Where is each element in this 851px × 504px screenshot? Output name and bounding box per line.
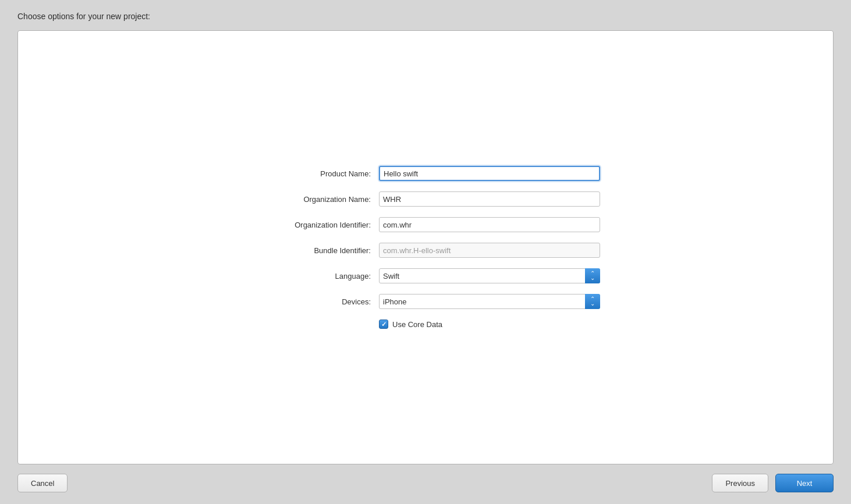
- language-row: Language: Swift Objective-C: [251, 268, 600, 283]
- org-identifier-row: Organization Identifier:: [251, 217, 600, 232]
- footer-right: Previous Next: [712, 474, 834, 492]
- cancel-button[interactable]: Cancel: [17, 474, 68, 492]
- previous-button[interactable]: Previous: [712, 474, 768, 492]
- devices-select[interactable]: iPhone iPad Universal: [379, 294, 600, 309]
- page-header: Choose options for your new project:: [17, 12, 834, 21]
- language-select-wrapper: Swift Objective-C: [379, 268, 600, 283]
- product-name-label: Product Name:: [251, 169, 379, 178]
- bundle-identifier-row: Bundle Identifier:: [251, 243, 600, 258]
- product-name-row: Product Name:: [251, 166, 600, 181]
- footer: Cancel Previous Next: [17, 474, 834, 492]
- org-name-input[interactable]: [379, 191, 600, 207]
- header-title: Choose options for your new project:: [17, 12, 150, 21]
- org-identifier-input[interactable]: [379, 217, 600, 232]
- product-name-input[interactable]: [379, 166, 600, 181]
- devices-row: Devices: iPhone iPad Universal: [251, 294, 600, 309]
- checkmark-icon: ✓: [381, 321, 387, 328]
- language-label: Language:: [251, 272, 379, 281]
- language-select[interactable]: Swift Objective-C: [379, 268, 600, 283]
- devices-select-wrapper: iPhone iPad Universal: [379, 294, 600, 309]
- org-identifier-label: Organization Identifier:: [251, 221, 379, 229]
- use-core-data-label: Use Core Data: [392, 320, 442, 329]
- use-core-data-checkbox[interactable]: ✓: [379, 320, 388, 329]
- devices-label: Devices:: [251, 297, 379, 306]
- main-panel: Product Name: Organization Name: Organiz…: [17, 30, 834, 464]
- next-button[interactable]: Next: [775, 474, 834, 492]
- form-container: Product Name: Organization Name: Organiz…: [251, 166, 600, 329]
- bundle-identifier-label: Bundle Identifier:: [251, 246, 379, 255]
- org-name-label: Organization Name:: [251, 195, 379, 204]
- bundle-identifier-input: [379, 243, 600, 258]
- org-name-row: Organization Name:: [251, 191, 600, 207]
- use-core-data-row: ✓ Use Core Data: [251, 320, 600, 329]
